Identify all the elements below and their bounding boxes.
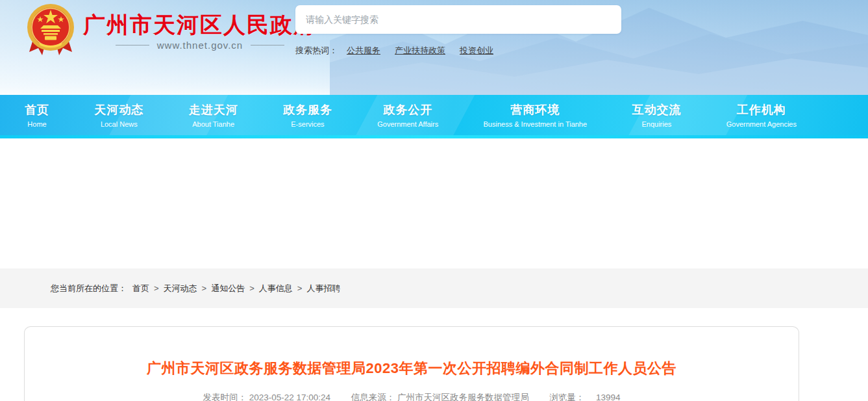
- search-input[interactable]: [295, 5, 621, 34]
- nav-item-zh-label: 工作机构: [726, 102, 797, 118]
- breadcrumb-item-local-news[interactable]: 天河动态: [164, 283, 197, 293]
- nav-item-zh-label: 首页: [25, 102, 49, 118]
- national-emblem-icon[interactable]: [26, 3, 75, 58]
- article-card: 广州市天河区政务服务数据管理局2023年第一次公开招聘编外合同制工作人员公告 发…: [24, 326, 799, 401]
- nav-item-zh-label: 营商环境: [484, 102, 588, 118]
- content-spacer: [0, 138, 868, 268]
- breadcrumb-separator: >: [249, 283, 254, 293]
- breadcrumb-item-notices[interactable]: 通知公告: [211, 283, 245, 293]
- nav-item-en-label: E-services: [283, 120, 332, 128]
- site-logo-group: 广州市天河区人民政府 www.thnet.gov.cn: [26, 3, 317, 58]
- nav-item-zh-label: 政务服务: [283, 102, 332, 118]
- nav-item-enquiries[interactable]: 互动交流Enquiries: [632, 102, 681, 128]
- nav-item-en-label: Government Agencies: [726, 120, 797, 128]
- nav-item-en-label: Local News: [94, 120, 143, 128]
- hot-word-industry-support-policy[interactable]: 产业扶持政策: [395, 45, 445, 55]
- views-value: 13994: [596, 393, 621, 401]
- card-top-gap: [0, 308, 868, 326]
- site-banner: 广州市天河区人民政府 www.thnet.gov.cn 搜索热词： 公共服务产业…: [0, 0, 868, 95]
- nav-item-zh-label: 互动交流: [632, 102, 681, 118]
- publish-time-value: 2023-05-22 17:00:24: [249, 393, 330, 401]
- nav-item-zh-label: 政务公开: [377, 102, 438, 118]
- nav-item-en-label: Government Affairs: [377, 120, 438, 128]
- nav-item-zh-label: 天河动态: [94, 102, 143, 118]
- nav-item-en-label: Enquiries: [632, 120, 681, 128]
- nav-item-local-news[interactable]: 天河动态Local News: [94, 102, 143, 128]
- article-title: 广州市天河区政务服务数据管理局2023年第一次公开招聘编外合同制工作人员公告: [25, 359, 799, 378]
- breadcrumb-separator: >: [154, 283, 159, 293]
- site-title: 广州市天河区人民政府: [83, 13, 317, 37]
- breadcrumb-label: 您当前所在的位置：: [51, 283, 127, 294]
- views-label: 浏览量：: [549, 393, 584, 401]
- search-area: 搜索热词： 公共服务产业扶持政策投资创业: [295, 5, 621, 57]
- site-title-block: 广州市天河区人民政府 www.thnet.gov.cn: [83, 13, 317, 51]
- hot-words-links: 公共服务产业扶持政策投资创业: [347, 45, 508, 57]
- breadcrumb-item-personnel-info[interactable]: 人事信息: [259, 283, 293, 293]
- source-label: 信息来源：: [351, 393, 395, 401]
- breadcrumb-separator: >: [297, 283, 303, 293]
- nav-item-about-tianhe[interactable]: 走进天河About Tianhe: [189, 102, 238, 128]
- nav-item-zh-label: 走进天河: [189, 102, 238, 118]
- main-navigation: 首页Home天河动态Local News走进天河About Tianhe政务服务…: [0, 95, 868, 135]
- nav-item-government-agencies[interactable]: 工作机构Government Agencies: [726, 102, 797, 128]
- source-value: 广州市天河区政务服务数据管理局: [397, 393, 529, 401]
- article-meta-row: 发表时间： 2023-05-22 17:00:24 信息来源： 广州市天河区政务…: [25, 392, 799, 401]
- hot-word-public-service[interactable]: 公共服务: [347, 45, 380, 55]
- site-url-row: www.thnet.gov.cn: [83, 40, 317, 51]
- breadcrumb-item-personnel-recruitment[interactable]: 人事招聘: [306, 283, 340, 293]
- url-decorative-line-left: [116, 45, 149, 45]
- publish-time-label: 发表时间：: [203, 393, 247, 401]
- hot-word-investment-startup[interactable]: 投资创业: [460, 45, 493, 55]
- breadcrumb-links: 首页>天河动态>通知公告>人事信息>人事招聘: [127, 283, 345, 294]
- breadcrumb: 您当前所在的位置： 首页>天河动态>通知公告>人事信息>人事招聘: [0, 268, 868, 308]
- breadcrumb-separator: >: [202, 283, 207, 293]
- nav-item-en-label: Business & Investment in Tianhe: [484, 120, 588, 128]
- nav-item-en-label: Home: [25, 120, 49, 128]
- site-url: www.thnet.gov.cn: [157, 40, 243, 51]
- nav-item-home[interactable]: 首页Home: [25, 102, 49, 128]
- hot-words-label: 搜索热词：: [295, 45, 338, 57]
- url-decorative-line-right: [251, 45, 284, 45]
- nav-item-business-environment[interactable]: 营商环境Business & Investment in Tianhe: [484, 102, 588, 128]
- nav-item-government-affairs[interactable]: 政务公开Government Affairs: [377, 102, 438, 128]
- nav-item-en-label: About Tianhe: [189, 120, 238, 128]
- hot-words-row: 搜索热词： 公共服务产业扶持政策投资创业: [295, 45, 621, 57]
- breadcrumb-item-home[interactable]: 首页: [132, 283, 149, 293]
- nav-item-e-services[interactable]: 政务服务E-services: [283, 102, 332, 128]
